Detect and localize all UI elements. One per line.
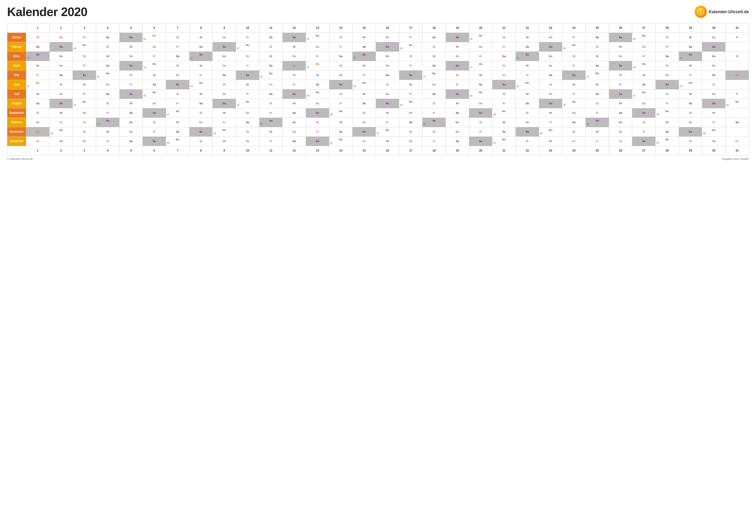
day-name: Mi	[446, 102, 468, 105]
day-cell-6-26: Fr	[609, 80, 632, 89]
col-header-31: 31	[725, 23, 749, 33]
day-cell-3-5: Do	[119, 52, 143, 61]
day-name: Di	[470, 121, 492, 124]
day-name: So	[213, 102, 235, 105]
day-name: Di	[656, 36, 678, 39]
day-cell-11-7: Sa	[166, 127, 189, 137]
day-name: Di	[633, 121, 655, 124]
day-cell-10-4: So41	[96, 118, 120, 127]
day-name: Fr	[330, 45, 352, 48]
col-header-bottom-3: 3	[73, 146, 96, 156]
day-name: Mi	[307, 74, 328, 77]
week-num: 53	[656, 141, 678, 144]
day-name: Mi	[377, 112, 398, 114]
day-name: Mi	[493, 121, 515, 124]
day-cell-8-16: So	[376, 99, 399, 108]
day-cell-11-16: Mo47	[376, 127, 399, 137]
day-name: Fr	[50, 121, 72, 124]
col-header-24: 24	[562, 23, 586, 33]
day-name: Mi	[260, 130, 282, 133]
day-cell-1-10: Fr	[236, 33, 259, 42]
week-num: 45	[50, 132, 72, 135]
week-num: 27	[680, 85, 701, 88]
day-name: Mo	[144, 34, 165, 37]
day-cell-10-18: So43	[422, 118, 446, 127]
day-cell-7-18: Sa	[422, 89, 446, 99]
day-name: Di	[237, 130, 258, 133]
month-label-juni: Juni	[7, 80, 26, 89]
day-cell-8-20: Do	[469, 99, 492, 108]
day-name: Mi	[213, 140, 235, 143]
footer-right: Angaben ohne Gewähr	[722, 157, 749, 160]
day-name: Mo	[144, 91, 165, 94]
day-cell-8-27: Do	[632, 99, 656, 108]
day-cell-12-10: Do	[236, 137, 259, 146]
day-name: Mi	[27, 36, 49, 39]
week-num: 41	[97, 123, 119, 126]
day-name: So	[610, 36, 632, 39]
day-name: Sa	[680, 102, 701, 105]
day-cell-3-6: Fr	[143, 52, 166, 61]
day-name: So	[633, 112, 655, 114]
day-cell-8-30: So	[702, 99, 725, 108]
day-name: So	[516, 130, 538, 133]
day-cell-9-5: Sa	[119, 108, 143, 118]
day-name: Sa	[563, 121, 585, 124]
day-name: Mo	[260, 72, 282, 75]
week-num: 46	[213, 132, 235, 135]
day-name: So	[283, 64, 305, 67]
day-name: So	[50, 102, 72, 105]
svg-point-3	[700, 11, 701, 12]
day-cell-2-10: Mo07	[236, 42, 259, 52]
day-cell-11-2: Mo45	[49, 127, 73, 137]
day-name: Di	[586, 102, 608, 105]
day-cell-12-31: Do	[725, 137, 749, 146]
day-cell-4-18: Sa	[422, 61, 446, 70]
day-name: Do	[656, 74, 678, 77]
day-cell-11-5: Do	[119, 127, 143, 137]
day-name: Sa	[190, 102, 212, 105]
day-name: Mo	[540, 55, 561, 58]
day-name: Mi	[27, 64, 49, 67]
day-name: Sa	[586, 36, 608, 39]
col-header-2: 2	[49, 23, 73, 33]
day-cell-7-16: Do	[376, 89, 399, 99]
day-name: Do	[120, 130, 142, 133]
day-cell-7-13: Mo29	[306, 89, 329, 99]
day-cell-7-7: Di	[166, 89, 189, 99]
day-name: Mi	[353, 36, 375, 39]
day-cell-6-21: So	[492, 80, 516, 89]
day-name: Mi	[610, 102, 632, 105]
day-name: Fr	[400, 36, 422, 39]
week-num: 06	[73, 47, 95, 50]
day-cell-7-26: So	[609, 89, 632, 99]
day-name: Sa	[446, 140, 468, 143]
day-name: So	[307, 112, 328, 114]
day-name: Di	[563, 130, 585, 133]
day-cell-3-19: Do	[446, 52, 469, 61]
day-name: Sa	[330, 55, 352, 58]
day-name: Di	[423, 45, 445, 48]
day-cell-3-21: Sa	[492, 52, 516, 61]
day-cell-1-8: Mi	[189, 33, 213, 42]
day-cell-11-11: Mi	[259, 127, 283, 137]
day-cell-7-21: Di	[492, 89, 516, 99]
day-cell-2-18: Di	[422, 42, 446, 52]
day-name: Do	[307, 102, 328, 105]
day-name: Do	[73, 112, 95, 114]
page-title: Kalender 2020	[7, 5, 87, 19]
day-name: Sa	[493, 55, 515, 58]
day-name: Fr	[377, 121, 398, 124]
day-name: Do	[377, 64, 398, 67]
day-cell-2-21: Fr	[492, 42, 516, 52]
day-name: Sa	[470, 83, 492, 86]
day-name: So	[610, 92, 632, 96]
day-name: Mo	[27, 82, 49, 85]
day-name: So	[703, 45, 725, 48]
day-name: Fr	[97, 140, 119, 143]
day-cell-11-26: Do	[609, 127, 632, 137]
day-cell-6-2: Di	[49, 80, 73, 89]
day-cell-10-26: Mo	[609, 118, 632, 127]
day-name: Di	[400, 55, 422, 58]
week-num: 34	[400, 104, 422, 107]
